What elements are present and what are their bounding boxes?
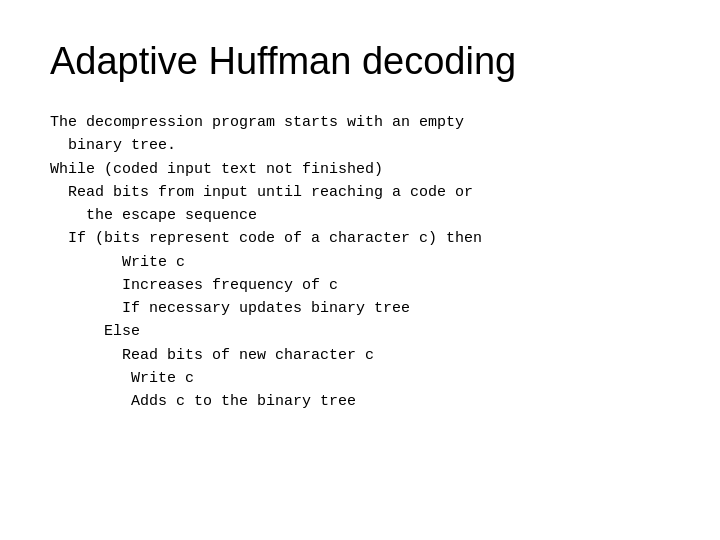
slide-body: The decompression program starts with an… xyxy=(50,111,670,413)
slide-container: Adaptive Huffman decoding The decompress… xyxy=(0,0,720,540)
slide-title: Adaptive Huffman decoding xyxy=(50,40,670,83)
